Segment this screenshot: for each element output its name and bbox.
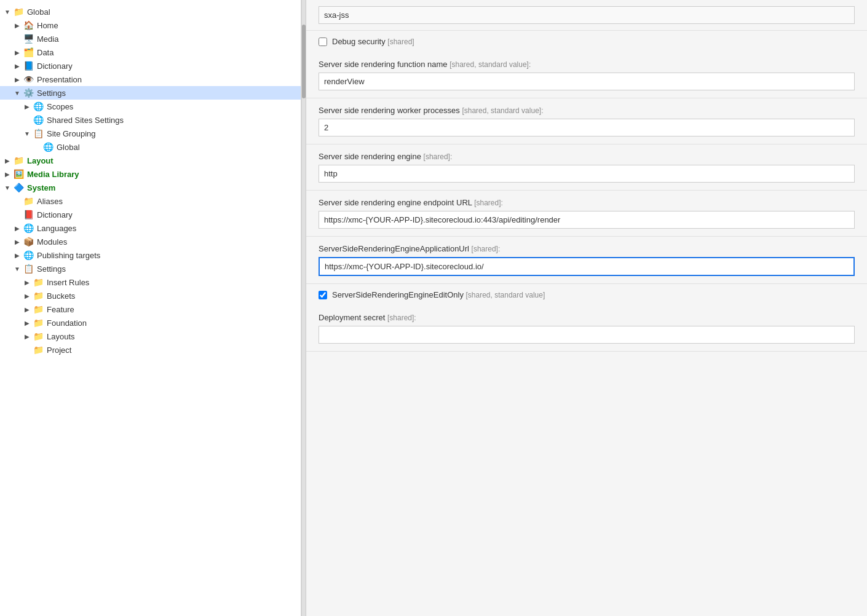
tree-item-global-sub[interactable]: 🌐 Global bbox=[0, 140, 301, 154]
tree-arrow-insert-rules: ▶ bbox=[22, 279, 32, 286]
checkbox-row-debug-security: Debug security [shared] bbox=[306, 31, 867, 52]
tree-icon-home: 🏠 bbox=[22, 20, 34, 30]
tree-arrow-home: ▶ bbox=[12, 22, 22, 29]
tree-label-feature: Feature bbox=[47, 305, 74, 314]
tree-item-system[interactable]: ▼ 🔷 System bbox=[0, 181, 301, 194]
tree-label-shared-sites-settings: Shared Sites Settings bbox=[47, 116, 124, 125]
tree-item-presentation[interactable]: ▶ 👁️ Presentation bbox=[0, 73, 301, 86]
field-input-deployment-secret[interactable] bbox=[319, 326, 855, 344]
tree-item-shared-sites-settings[interactable]: 🌐 Shared Sites Settings bbox=[0, 113, 301, 127]
tree-item-home[interactable]: ▶ 🏠 Home bbox=[0, 18, 301, 32]
tree-label-languages: Languages bbox=[37, 224, 76, 233]
tree-arrow-buckets: ▶ bbox=[22, 293, 32, 299]
tree-item-media-library[interactable]: ▶ 🖼️ Media Library bbox=[0, 167, 301, 181]
tree-item-languages[interactable]: ▶ 🌐 Languages bbox=[0, 221, 301, 235]
tree-item-publishing-targets[interactable]: ▶ 🌐 Publishing targets bbox=[0, 248, 301, 262]
field-label-ssr-worker-processes: Server side rendering worker processes [… bbox=[319, 106, 855, 115]
tree-item-media[interactable]: 🖥️ Media bbox=[0, 32, 301, 45]
tree-item-modules[interactable]: ▶ 📦 Modules bbox=[0, 235, 301, 248]
tree-item-foundation[interactable]: ▶ 📁 Foundation bbox=[0, 316, 301, 330]
tree-item-project[interactable]: 📁 Project bbox=[0, 343, 301, 357]
tree-arrow-dictionary-global: ▶ bbox=[12, 63, 22, 69]
tree-label-global: Global bbox=[27, 7, 50, 17]
tree-item-layouts[interactable]: ▶ 📁 Layouts bbox=[0, 330, 301, 343]
checkbox-label-debug-security: Debug security [shared] bbox=[332, 37, 414, 46]
field-input-ssr-worker-processes[interactable] bbox=[319, 119, 855, 136]
tree-label-layout: Layout bbox=[27, 156, 53, 165]
tree-item-dictionary-system[interactable]: 📕 Dictionary bbox=[0, 208, 301, 221]
tree-arrow-presentation: ▶ bbox=[12, 76, 22, 83]
tree-icon-foundation: 📁 bbox=[32, 318, 44, 328]
tree-label-aliases: Aliases bbox=[37, 197, 63, 206]
tree-icon-media-library: 🖼️ bbox=[12, 169, 25, 179]
tree-arrow-media-library: ▶ bbox=[2, 171, 12, 178]
tree-item-dictionary-global[interactable]: ▶ 📘 Dictionary bbox=[0, 59, 301, 73]
tree-item-settings[interactable]: ▼ ⚙️ Settings bbox=[0, 86, 301, 100]
tree-icon-settings-system: 📋 bbox=[22, 264, 34, 274]
tree-label-media: Media bbox=[37, 34, 58, 44]
tree-icon-dictionary-global: 📘 bbox=[22, 61, 34, 71]
tree-icon-buckets: 📁 bbox=[32, 291, 44, 301]
tree-icon-system: 🔷 bbox=[12, 183, 25, 192]
tree-label-settings: Settings bbox=[37, 89, 66, 98]
tree-arrow-modules: ▶ bbox=[12, 239, 22, 245]
tree-arrow-publishing-targets: ▶ bbox=[12, 252, 22, 259]
tree-item-data[interactable]: ▶ 🗂️ Data bbox=[0, 45, 301, 59]
tree-arrow-layout: ▶ bbox=[2, 157, 12, 164]
tree-item-feature[interactable]: ▶ 📁 Feature bbox=[0, 302, 301, 316]
field-section-ssr-engine-endpoint-url: Server side rendering engine endpoint UR… bbox=[306, 191, 867, 237]
tree-icon-settings: ⚙️ bbox=[22, 88, 34, 98]
tree-label-dictionary-global: Dictionary bbox=[37, 61, 73, 71]
field-label-ssr-function-name: Server side rendering function name [sha… bbox=[319, 60, 855, 69]
tree-label-data: Data bbox=[37, 48, 53, 57]
tree-label-settings-system: Settings bbox=[37, 264, 66, 274]
tree-label-publishing-targets: Publishing targets bbox=[37, 251, 100, 260]
tree-item-aliases[interactable]: 📁 Aliases bbox=[0, 194, 301, 208]
tree-arrow-languages: ▶ bbox=[12, 225, 22, 232]
tree-item-scopes[interactable]: ▶ 🌐 Scopes bbox=[0, 100, 301, 113]
top-value-section: sxa-jss bbox=[306, 0, 867, 31]
tree-label-media-library: Media Library bbox=[27, 170, 79, 179]
tree-icon-presentation: 👁️ bbox=[22, 74, 34, 84]
tree-label-presentation: Presentation bbox=[37, 75, 82, 84]
tree-label-global-sub: Global bbox=[57, 143, 80, 152]
tree-item-layout[interactable]: ▶ 📁 Layout bbox=[0, 154, 301, 167]
tree-item-insert-rules[interactable]: ▶ 📁 Insert Rules bbox=[0, 275, 301, 289]
field-input-ssr-engine[interactable] bbox=[319, 165, 855, 183]
tree-icon-dictionary-system: 📕 bbox=[22, 210, 34, 219]
field-section-ssr-engine-app-url: ServerSideRenderingEngineApplicationUrl … bbox=[306, 237, 867, 284]
checkbox-ssr-engine-edit-only[interactable] bbox=[319, 291, 327, 299]
tree-label-layouts: Layouts bbox=[47, 332, 75, 341]
tree-label-modules: Modules bbox=[37, 237, 67, 247]
tree-label-site-grouping: Site Grouping bbox=[47, 129, 96, 138]
tree-arrow-settings: ▼ bbox=[12, 90, 22, 97]
field-input-ssr-engine-app-url[interactable] bbox=[319, 257, 855, 276]
field-label-ssr-engine-endpoint-url: Server side rendering engine endpoint UR… bbox=[319, 198, 855, 207]
tree-item-settings-system[interactable]: ▼ 📋 Settings bbox=[0, 262, 301, 275]
field-input-ssr-function-name[interactable] bbox=[319, 73, 855, 90]
tree-item-site-grouping[interactable]: ▼ 📋 Site Grouping bbox=[0, 127, 301, 140]
tree-arrow-feature: ▶ bbox=[22, 306, 32, 313]
tree-label-system: System bbox=[27, 183, 55, 192]
tree-arrow-layouts: ▶ bbox=[22, 333, 32, 340]
scroll-thumb[interactable] bbox=[302, 25, 306, 98]
tree-label-insert-rules: Insert Rules bbox=[47, 278, 89, 287]
tree-item-buckets[interactable]: ▶ 📁 Buckets bbox=[0, 289, 301, 302]
tree-icon-scopes: 🌐 bbox=[32, 101, 44, 111]
tree-arrow-scopes: ▶ bbox=[22, 103, 32, 110]
tree-icon-global-sub: 🌐 bbox=[42, 142, 54, 152]
field-input-ssr-engine-endpoint-url[interactable] bbox=[319, 211, 855, 229]
tree-arrow-global: ▼ bbox=[2, 9, 12, 15]
field-label-deployment-secret: Deployment secret [shared]: bbox=[319, 313, 855, 322]
tree-icon-publishing-targets: 🌐 bbox=[22, 250, 34, 260]
tree-icon-aliases: 📁 bbox=[22, 196, 34, 206]
tree-label-foundation: Foundation bbox=[47, 318, 87, 328]
field-section-ssr-function-name: Server side rendering function name [sha… bbox=[306, 52, 867, 98]
checkbox-debug-security[interactable] bbox=[319, 38, 327, 46]
tree-item-global[interactable]: ▼ 📁 Global bbox=[0, 5, 301, 18]
tree-icon-insert-rules: 📁 bbox=[32, 277, 44, 287]
scroll-divider bbox=[301, 0, 306, 616]
tree-icon-layouts: 📁 bbox=[32, 331, 44, 341]
tree-arrow-site-grouping: ▼ bbox=[22, 130, 32, 137]
tree-label-project: Project bbox=[47, 346, 71, 355]
